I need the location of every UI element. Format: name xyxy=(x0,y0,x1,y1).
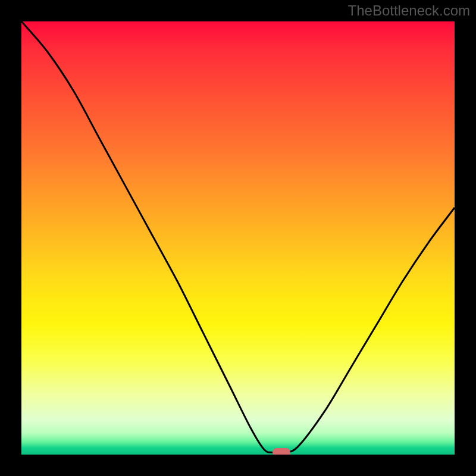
optimum-marker xyxy=(273,448,290,455)
watermark-label: TheBottleneck.com xyxy=(348,2,470,19)
chart-container: TheBottleneck.com xyxy=(0,0,476,476)
plot-area xyxy=(21,21,455,455)
bottleneck-curve xyxy=(21,21,455,455)
curve-path xyxy=(21,21,455,453)
